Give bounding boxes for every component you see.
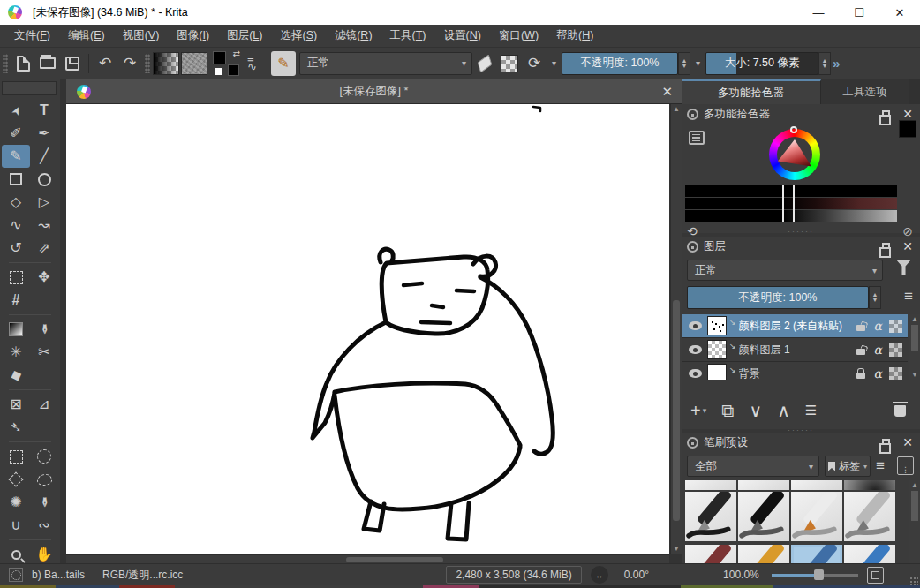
layer-alpha-icon[interactable]: α [874,343,882,357]
assistants-tool[interactable]: ➴ [2,416,30,439]
layer-lock-icon[interactable] [856,349,865,355]
value-shade-bar[interactable] [685,210,897,222]
menu-item[interactable]: 设置(N) [435,25,490,47]
move-layer-up-button[interactable]: ∧ [777,400,790,421]
zoom-slider-knob[interactable] [814,569,824,580]
add-layer-button[interactable]: +▾ [690,401,706,421]
close-panel-icon[interactable]: ✕ [902,239,913,253]
brush-preset-pen-black-1[interactable] [685,492,736,541]
gradient-chooser-button[interactable] [153,52,179,75]
layer-alpha-icon[interactable]: α [874,366,882,380]
new-document-button[interactable] [11,52,35,75]
menu-item[interactable]: 图像(I) [168,25,218,47]
layer-visibility-eye-icon[interactable] [689,369,702,378]
color-wheel[interactable] [769,129,820,180]
tab-tool-options[interactable]: 工具选项 [821,79,909,104]
opacity-spinner[interactable]: ▲▼ [678,52,690,75]
menu-item[interactable]: 工具(T) [381,25,435,47]
layer-visibility-eye-icon[interactable] [689,345,702,354]
freehand-select-tool[interactable] [30,468,58,491]
bezier-curve-tool[interactable]: ∿ [2,214,30,237]
smart-patch-tool[interactable]: ✂ [30,341,58,364]
scroll-up-icon[interactable]: ▲ [909,314,920,324]
freehand-brush-tool[interactable]: ✎ [2,145,30,168]
layer-opacity-slider[interactable]: 不透明度: 100% [687,286,869,309]
edit-shapes-tool[interactable]: ✐ [2,122,30,145]
layer-row[interactable]: ↘ 颜料图层 1 α [682,338,908,362]
freehand-path-tool[interactable]: ↝ [30,214,58,237]
layer-inherit-alpha-icon[interactable] [889,343,902,357]
calligraphy-tool[interactable]: ✒ [30,122,58,145]
polyline-tool[interactable]: ▷ [30,191,58,214]
hsv-triangle[interactable] [778,139,811,170]
menu-item[interactable]: 选择(S) [271,25,326,47]
float-panel-icon[interactable] [882,243,890,250]
reload-preset-button[interactable]: ⟳ [522,52,547,75]
zoom-slider[interactable] [772,569,858,581]
opacity-dropdown-arrow[interactable]: ▾ [690,58,705,68]
bezier-select-tool[interactable]: ∪ [2,514,30,537]
text-tool[interactable]: T [30,99,58,122]
measure-tool[interactable]: ⊿ [30,393,58,416]
brush-preset-airbrush[interactable] [844,480,895,490]
brush-menu-icon[interactable]: ≡ [876,457,885,475]
layer-properties-button[interactable]: ☰ [805,403,817,418]
layer-options-menu-icon[interactable]: ≡ [904,288,913,305]
brush-view-mode-button[interactable]: ⋮ [897,456,914,475]
layer-alpha-icon[interactable]: α [874,319,882,333]
multibrush-tool[interactable]: ⇗ [30,237,58,260]
current-color-swatch[interactable] [899,120,916,138]
color-selector-settings-icon[interactable] [689,131,705,145]
foreground-background-color-button[interactable]: ⇄ [213,51,239,76]
brush-editor-button[interactable]: ≡ ∿ [245,52,268,75]
magnetic-select-tool[interactable]: ∾ [30,514,58,537]
opacity-slider[interactable]: 不透明度: 100% [562,52,678,75]
similar-select-tool[interactable]: ✒ [30,491,58,514]
layer-opacity-spinner[interactable]: ▲▼ [869,286,881,309]
redo-button[interactable]: ↷ [117,52,142,75]
color-sampler-tool[interactable]: ✒ [30,318,58,341]
layer-thumbnail[interactable] [707,340,727,359]
brush-size-slider[interactable]: 大小: 7.50 像素 [705,52,818,75]
toolbar-grip[interactable] [3,54,8,73]
polygon-tool[interactable]: ◇ [2,191,30,214]
color-history-bar[interactable] [685,185,897,197]
menu-item[interactable]: 视图(V) [114,25,169,47]
brush-preset-pen-silver[interactable] [844,492,895,541]
layer-list-scrollbar[interactable]: ▲ ▼ [909,314,920,380]
hscroll-thumb[interactable] [346,557,443,562]
vscroll-thumb[interactable] [673,300,680,521]
reload-dropdown-arrow[interactable]: ▾ [547,58,562,68]
lock-icon[interactable] [687,437,698,449]
canvas-tab-title[interactable]: [未保存图像] * [66,84,682,99]
crop-tool[interactable]: # [2,289,30,312]
float-panel-icon[interactable] [882,110,890,117]
menu-item[interactable]: 帮助(H) [547,25,602,47]
maximize-button[interactable]: ☐ [839,0,879,25]
close-button[interactable]: ✕ [879,0,920,25]
layer-visibility-eye-icon[interactable] [689,321,702,330]
canvas-horizontal-scrollbar[interactable] [66,554,669,563]
statusbar-color-profile[interactable]: RGB/透明...rc.icc [102,568,183,583]
menu-item[interactable]: 图层(L) [218,25,271,47]
layer-blending-mode-dropdown[interactable]: 正常 ▾ [687,260,883,281]
hue-marker[interactable] [790,126,797,133]
layer-inherit-alpha-icon[interactable] [889,367,902,381]
rect-select-tool[interactable] [2,445,30,468]
brush-tag-filter-dropdown[interactable]: 全部 ▾ [687,456,819,477]
brush-preset-pen-black-2[interactable] [738,492,789,541]
menu-item[interactable]: 文件(F) [5,25,59,47]
layer-filter-icon[interactable] [896,260,911,275]
fill-tool[interactable]: ◆ [2,364,30,387]
pattern-chooser-button[interactable] [181,52,207,75]
lock-icon[interactable] [687,109,698,120]
menu-item[interactable]: 窗口(W) [490,25,547,47]
brush-preset-pen-white[interactable] [791,492,842,541]
delete-layer-button[interactable] [894,405,906,417]
layer-thumbnail[interactable] [707,316,727,335]
brush-preset-eraser-soft[interactable] [738,480,789,490]
fit-view-button[interactable] [867,567,884,584]
canvas-tab-close-icon[interactable]: ✕ [661,84,673,100]
tab-advanced-color-selector[interactable]: 多功能拾色器 [682,79,821,104]
scroll-up-icon[interactable]: ▲ [909,480,920,490]
